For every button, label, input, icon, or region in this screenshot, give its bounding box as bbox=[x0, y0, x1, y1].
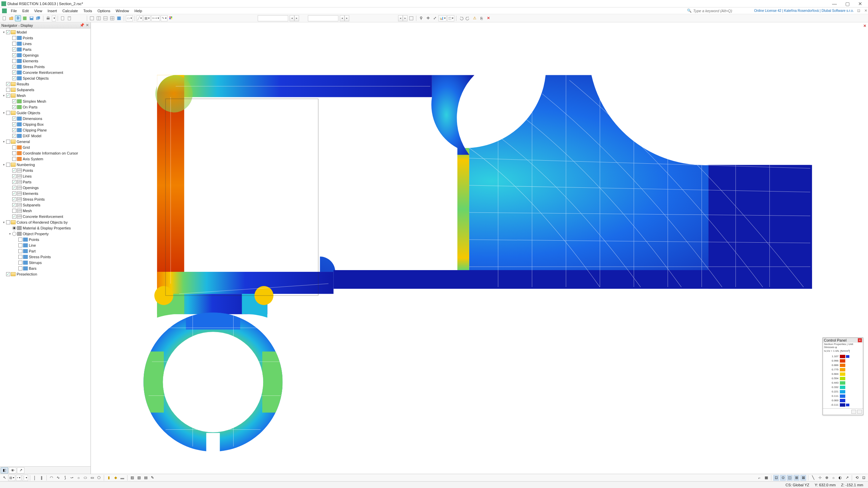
tree-node[interactable]: Points bbox=[0, 237, 91, 242]
zoom-icon[interactable]: ⤢ bbox=[432, 15, 438, 21]
palette-icon[interactable] bbox=[168, 15, 174, 21]
minimize-button[interactable]: — bbox=[828, 0, 841, 7]
menu-insert[interactable]: Insert bbox=[45, 8, 60, 14]
save-all-icon[interactable] bbox=[35, 15, 41, 21]
loadcase-next[interactable]: ▸ bbox=[294, 15, 299, 21]
expand-icon[interactable]: ▾ bbox=[2, 30, 5, 34]
search-input[interactable] bbox=[693, 9, 747, 13]
view-dropdown[interactable]: ◫▾ bbox=[447, 15, 454, 21]
tree-node[interactable]: Results bbox=[0, 81, 91, 87]
checkbox[interactable] bbox=[18, 255, 22, 259]
checkbox[interactable] bbox=[18, 238, 22, 242]
select-mode-dropdown[interactable]: ▭▾ bbox=[126, 15, 133, 21]
s7-icon[interactable]: ⟲ bbox=[854, 475, 860, 481]
menu-edit[interactable]: Edit bbox=[20, 8, 32, 14]
radio[interactable] bbox=[12, 232, 16, 236]
step-prev[interactable]: ◂ bbox=[398, 15, 403, 21]
vline-icon[interactable]: │ bbox=[32, 475, 38, 481]
snap4-icon[interactable]: ⊞ bbox=[793, 475, 800, 481]
save-icon[interactable] bbox=[28, 15, 35, 21]
doc2-icon[interactable] bbox=[66, 15, 73, 21]
snap-dropdown[interactable]: ▦▾ bbox=[8, 475, 15, 481]
s3-icon[interactable]: ⊕ bbox=[824, 475, 830, 481]
tree-node[interactable]: On Parts bbox=[0, 104, 91, 110]
hatch2-icon[interactable]: ▧ bbox=[136, 475, 142, 481]
checkbox[interactable] bbox=[6, 140, 10, 144]
checkbox[interactable] bbox=[12, 191, 16, 196]
hatch1-icon[interactable]: ▨ bbox=[129, 475, 135, 481]
tree-node[interactable]: Preselection bbox=[0, 271, 91, 277]
expand-icon[interactable]: ▾ bbox=[2, 163, 5, 166]
tree-node[interactable]: 123Stress Points bbox=[0, 196, 91, 202]
checkbox[interactable] bbox=[12, 168, 16, 172]
checkbox[interactable] bbox=[12, 128, 16, 132]
control-panel[interactable]: Control Panel× Section Properties | Unit… bbox=[823, 338, 863, 415]
checkbox[interactable] bbox=[12, 76, 16, 80]
checkbox[interactable] bbox=[18, 243, 22, 247]
tree-node[interactable]: 123Concrete Reinforcement bbox=[0, 214, 91, 219]
result-combo[interactable] bbox=[308, 15, 338, 21]
s1-icon[interactable]: ╲ bbox=[810, 475, 816, 481]
tree-node[interactable]: Concrete Reinforcement bbox=[0, 69, 91, 75]
checkbox[interactable] bbox=[6, 88, 10, 92]
loadcase-prev[interactable]: ◂ bbox=[290, 15, 294, 21]
checkbox[interactable] bbox=[6, 220, 10, 224]
s2-icon[interactable]: ⊹ bbox=[817, 475, 823, 481]
doc-icon[interactable] bbox=[60, 15, 66, 21]
tree-node[interactable]: 123Openings bbox=[0, 185, 91, 190]
s6-icon[interactable]: ↗ bbox=[844, 475, 850, 481]
result-next[interactable]: ▸ bbox=[344, 15, 349, 21]
pin-icon[interactable]: 📌 bbox=[80, 23, 84, 27]
tree-node[interactable]: Openings bbox=[0, 52, 91, 58]
tree-node[interactable]: Axis System bbox=[0, 156, 91, 162]
checkbox[interactable] bbox=[6, 94, 10, 98]
tool-d-icon[interactable]: D bbox=[15, 15, 21, 21]
checkbox[interactable] bbox=[12, 157, 16, 161]
checkbox[interactable] bbox=[18, 249, 22, 253]
checkbox[interactable] bbox=[12, 65, 16, 69]
checkbox[interactable] bbox=[12, 209, 16, 213]
cursor-icon[interactable]: ↖ bbox=[1, 475, 7, 481]
menu-file[interactable]: File bbox=[8, 8, 20, 14]
expand-icon[interactable]: ▾ bbox=[2, 221, 5, 224]
tree-node[interactable]: ▾Mesh bbox=[0, 93, 91, 98]
line-dropdown[interactable]: │▾ bbox=[22, 475, 28, 481]
navigator-title-bar[interactable]: Navigator - Display 📌 ✕ bbox=[0, 22, 91, 28]
tree-node[interactable]: Clipping Box bbox=[0, 121, 91, 127]
expand-icon[interactable]: ▾ bbox=[8, 232, 12, 236]
window-grid-icon[interactable] bbox=[109, 15, 115, 21]
checkbox[interactable] bbox=[12, 151, 16, 155]
undo-icon[interactable] bbox=[458, 15, 464, 21]
menu-help[interactable]: Help bbox=[132, 8, 145, 14]
checkbox[interactable] bbox=[12, 145, 16, 149]
tree-node[interactable]: ▾Colors of Rendered Objects by bbox=[0, 219, 91, 225]
tree-node[interactable]: Special Objects bbox=[0, 75, 91, 81]
checkbox[interactable] bbox=[18, 266, 22, 270]
expand-icon[interactable]: ▾ bbox=[2, 94, 5, 97]
step-next[interactable]: ▸ bbox=[403, 15, 408, 21]
nav-tab-views[interactable]: ↗ bbox=[17, 467, 24, 473]
menu-view[interactable]: View bbox=[32, 8, 45, 14]
menubar-restore-icon[interactable]: ⊡ bbox=[857, 8, 860, 13]
checkbox[interactable] bbox=[12, 203, 16, 207]
expand-icon[interactable]: ▾ bbox=[2, 140, 5, 143]
tree-node[interactable]: Stress Points bbox=[0, 254, 91, 260]
checkbox[interactable] bbox=[12, 105, 16, 109]
delete-icon[interactable]: ✕ bbox=[485, 15, 491, 21]
cp-btn-2[interactable] bbox=[857, 410, 862, 414]
grid-toggle-icon[interactable]: ▦ bbox=[763, 475, 769, 481]
snap3-icon[interactable]: ◫ bbox=[787, 475, 793, 481]
open-file-icon[interactable] bbox=[8, 15, 14, 21]
arc4-icon[interactable]: ⤻ bbox=[69, 475, 75, 481]
dimension-dropdown[interactable]: ⟷▾ bbox=[151, 15, 160, 21]
tree-node[interactable]: 123Lines bbox=[0, 173, 91, 179]
tree-node[interactable]: Simplex Mesh bbox=[0, 98, 91, 104]
hatch3-icon[interactable]: ▤ bbox=[143, 475, 149, 481]
checkbox[interactable] bbox=[12, 197, 16, 201]
point-dropdown[interactable]: •▾ bbox=[16, 475, 21, 481]
checkbox[interactable] bbox=[6, 111, 10, 115]
checkbox[interactable] bbox=[12, 36, 16, 40]
window-split-h-icon[interactable] bbox=[96, 15, 102, 21]
tree-node[interactable]: ▾Guide Objects bbox=[0, 110, 91, 116]
circle-icon[interactable]: ○ bbox=[76, 475, 82, 481]
